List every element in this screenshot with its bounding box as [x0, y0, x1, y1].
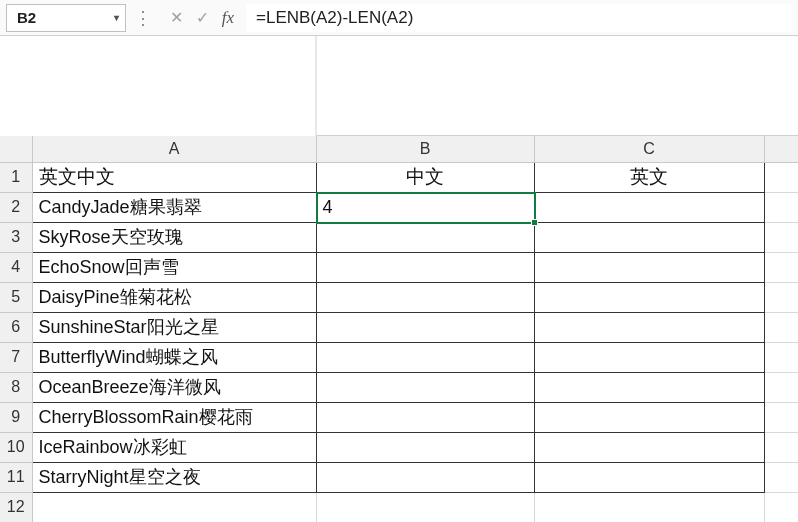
- name-box-value: B2: [17, 9, 36, 26]
- cell-C6[interactable]: [534, 312, 764, 342]
- cell-B3[interactable]: [316, 222, 534, 252]
- cell-spill-4[interactable]: [764, 252, 798, 282]
- cell-spill-11[interactable]: [764, 462, 798, 492]
- cell-C8[interactable]: [534, 372, 764, 402]
- name-box[interactable]: B2 ▾: [6, 4, 126, 32]
- cell-C5[interactable]: [534, 282, 764, 312]
- cell-C1[interactable]: 英文: [534, 162, 764, 192]
- cell-B6[interactable]: [316, 312, 534, 342]
- cell-spill-2[interactable]: [764, 192, 798, 222]
- cell-A10[interactable]: IceRainbow冰彩虹: [32, 432, 316, 462]
- row-header-4[interactable]: 4: [0, 252, 32, 282]
- cancel-icon[interactable]: ✕: [164, 6, 188, 30]
- cell-B9[interactable]: [316, 402, 534, 432]
- cell-B10[interactable]: [316, 432, 534, 462]
- col-header-A[interactable]: A: [32, 136, 316, 162]
- cell-C9[interactable]: [534, 402, 764, 432]
- cell-A2[interactable]: CandyJade糖果翡翠: [32, 192, 316, 222]
- cell-spill-3[interactable]: [764, 222, 798, 252]
- cell-A8[interactable]: OceanBreeze海洋微风: [32, 372, 316, 402]
- row-header-8[interactable]: 8: [0, 372, 32, 402]
- row-header-11[interactable]: 11: [0, 462, 32, 492]
- cell-B11[interactable]: [316, 462, 534, 492]
- cell-A5[interactable]: DaisyPine雏菊花松: [32, 282, 316, 312]
- cell-B4[interactable]: [316, 252, 534, 282]
- cell-A3[interactable]: SkyRose天空玫瑰: [32, 222, 316, 252]
- cell-spill-10[interactable]: [764, 432, 798, 462]
- cell-spill-1[interactable]: [764, 162, 798, 192]
- row-header-5[interactable]: 5: [0, 282, 32, 312]
- fill-handle[interactable]: [531, 219, 538, 226]
- cell-C11[interactable]: [534, 462, 764, 492]
- cell-spill-7[interactable]: [764, 342, 798, 372]
- accept-icon[interactable]: ✓: [190, 6, 214, 30]
- row-header-7[interactable]: 7: [0, 342, 32, 372]
- cell-A12[interactable]: [32, 492, 316, 522]
- col-header-C[interactable]: C: [534, 136, 764, 162]
- row-header-12[interactable]: 12: [0, 492, 32, 522]
- cell-C4[interactable]: [534, 252, 764, 282]
- formula-bar: B2 ▾ ⋮ ✕ ✓ fx: [0, 0, 798, 36]
- cell-spill-9[interactable]: [764, 402, 798, 432]
- row-header-6[interactable]: 6: [0, 312, 32, 342]
- row-header-1[interactable]: 1: [0, 162, 32, 192]
- chevron-down-icon[interactable]: ▾: [114, 12, 119, 23]
- row-header-10[interactable]: 10: [0, 432, 32, 462]
- cell-A6[interactable]: SunshineStar阳光之星: [32, 312, 316, 342]
- cell-C12[interactable]: [534, 492, 764, 522]
- cell-C3[interactable]: [534, 222, 764, 252]
- cell-B2[interactable]: 4: [316, 192, 534, 222]
- col-header-B[interactable]: B: [316, 136, 534, 162]
- cell-spill-12[interactable]: [764, 492, 798, 522]
- fx-icon[interactable]: fx: [216, 6, 240, 30]
- formula-input[interactable]: [246, 4, 792, 32]
- cell-A9[interactable]: CherryBlossomRain樱花雨: [32, 402, 316, 432]
- cell-B7[interactable]: [316, 342, 534, 372]
- col-header-spill: [764, 136, 798, 162]
- cell-spill-5[interactable]: [764, 282, 798, 312]
- formula-bar-expanded-area[interactable]: [316, 36, 798, 136]
- cell-C10[interactable]: [534, 432, 764, 462]
- cell-spill-6[interactable]: [764, 312, 798, 342]
- formula-bar-buttons: ✕ ✓ fx: [158, 6, 246, 30]
- cell-C2[interactable]: [534, 192, 764, 222]
- row-header-2[interactable]: 2: [0, 192, 32, 222]
- row-header-3[interactable]: 3: [0, 222, 32, 252]
- cell-A11[interactable]: StarryNight星空之夜: [32, 462, 316, 492]
- cell-C7[interactable]: [534, 342, 764, 372]
- row-header-9[interactable]: 9: [0, 402, 32, 432]
- cell-A7[interactable]: ButterflyWind蝴蝶之风: [32, 342, 316, 372]
- cell-B8[interactable]: [316, 372, 534, 402]
- select-all-corner[interactable]: [0, 136, 32, 162]
- spreadsheet-grid[interactable]: A B C 1 英文中文 中文 英文 2 CandyJade糖果翡翠 4 3 S…: [0, 136, 798, 522]
- cell-A4[interactable]: EchoSnow回声雪: [32, 252, 316, 282]
- cell-B5[interactable]: [316, 282, 534, 312]
- cell-B12[interactable]: [316, 492, 534, 522]
- formula-bar-separator-icon: ⋮: [134, 7, 158, 29]
- cell-B1[interactable]: 中文: [316, 162, 534, 192]
- cell-spill-8[interactable]: [764, 372, 798, 402]
- cell-A1[interactable]: 英文中文: [32, 162, 316, 192]
